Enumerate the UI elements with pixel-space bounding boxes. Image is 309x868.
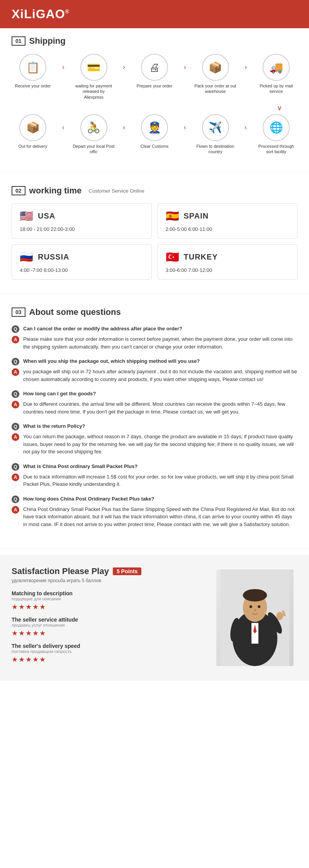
arrow-down: ∨ — [12, 104, 297, 112]
pack-icon: 📦 — [209, 61, 222, 74]
faq-item-3: Q What is the return Policy? A You can r… — [12, 422, 297, 456]
q-badge-1: Q — [12, 358, 19, 366]
faq-question-3: Q What is the return Policy? — [12, 422, 297, 431]
step-pack-label: Pack your order at out warehouse — [194, 83, 237, 94]
shipping-row1: 📋 Receive your order › 💳 waiting for pay… — [12, 54, 297, 100]
rating-label-1: The seller service attitude — [12, 617, 205, 623]
rating-stars-0: ★★★★★ — [12, 603, 205, 611]
faq-question-0: Q Can I cancel the order or modify the a… — [12, 325, 297, 333]
faq-label: About some questions — [29, 307, 121, 317]
flown-icon: ✈️ — [209, 121, 222, 134]
time-grid: 🇺🇸 USA 18:00 - 21:00 22:00-3:00 🇪🇸 SPAIN… — [12, 203, 297, 280]
time-card-turkey: 🇹🇷 TURKEY 3:00-6:00 7:00-12:00 — [158, 244, 298, 280]
faq-item-5: Q How long does China Post Oridinary Pac… — [12, 495, 297, 528]
faq-answer-4: A Due to track information will increase… — [12, 473, 297, 488]
working-time-title: 02 working time Customer Service Online — [12, 186, 297, 196]
step-outdelivery: 📦 Out for delivery — [12, 114, 54, 149]
a-badge-0: A — [12, 336, 19, 343]
spain-name: SPAIN — [184, 212, 209, 220]
outdelivery-icon: 📦 — [26, 121, 40, 134]
faq-q-text-0: Can I cancel the order or modify the add… — [23, 325, 182, 333]
rating-stars-2: ★★★★★ — [12, 655, 205, 664]
faq-q-text-5: How long does China Post Oridinary Packe… — [23, 495, 154, 503]
rating-item-0: Matching to description подщящие для опи… — [12, 590, 205, 611]
receive-icon: 📋 — [26, 61, 40, 74]
shipping-label: Shipping — [29, 36, 66, 46]
spain-time: 2:00-5:00 6:00-11:00 — [166, 226, 212, 232]
step-depart-label: Depart your local Post offic — [73, 144, 115, 155]
prepare-icon: 🖨 — [149, 61, 160, 74]
step-receive: 📋 Receive your order — [12, 54, 54, 89]
faq-item-4: Q What is China Post ordinary Small Pack… — [12, 463, 297, 488]
svg-point-10 — [276, 612, 283, 620]
step-sort: 🌐 Processed through sort facility — [255, 114, 297, 155]
arrow2: › — [123, 63, 125, 71]
faq-question-1: Q When will you ship the package out, wh… — [12, 357, 297, 366]
step-payment: 💳 waiting for payment released by Aliexp… — [73, 54, 115, 100]
svg-point-8 — [254, 609, 256, 612]
faq-container: Q Can I cancel the order or modify the a… — [12, 325, 297, 528]
step-pickup-label: Picked up by mail service — [255, 83, 297, 94]
payment-icon: 💳 — [87, 61, 100, 74]
rating-sublabel-0: подщящие для описания — [12, 596, 205, 601]
faq-item-2: Q How long can I get the goods? A Due to… — [12, 390, 297, 415]
points-badge: 5 Points — [113, 567, 141, 575]
time-card-usa: 🇺🇸 USA 18:00 - 21:00 22:00-3:00 — [12, 203, 152, 239]
step-customs-label: Clear Customs — [141, 144, 169, 149]
header: XiLiGAO® — [0, 0, 309, 28]
satisfaction-left: Satisfaction Please Play 5 Points удовле… — [12, 566, 205, 669]
turkey-flag: 🇹🇷 — [166, 251, 179, 263]
faq-a-text-5: China Post Oridinary Small Packet Plus h… — [23, 506, 297, 528]
faq-title: 03 About some questions — [12, 307, 297, 317]
depart-icon: 🚴 — [87, 121, 100, 134]
working-time-sub: Customer Service Online — [88, 188, 144, 194]
faq-answer-5: A China Post Oridinary Small Packet Plus… — [12, 506, 297, 528]
a-badge-1: A — [12, 368, 19, 376]
rating-sublabel-1: продавец услуг отношения — [12, 623, 205, 627]
faq-q-text-2: How long can I get the goods? — [23, 390, 96, 398]
turkey-time: 3:00-6:00 7:00-12:00 — [166, 267, 212, 273]
step-flown: ✈️ Flown to destination country — [194, 114, 237, 155]
rating-item-1: The seller service attitude продавец усл… — [12, 617, 205, 637]
satisfaction-right — [212, 566, 297, 669]
working-time-label: working time — [29, 186, 82, 196]
step-sort-label: Processed through sort facility — [255, 144, 297, 155]
arrow7: ‹ — [184, 123, 186, 132]
russia-time: 4:00 -7:00 8:00-13:00 — [20, 267, 68, 273]
step-prepare-label: Prepare your order — [137, 83, 172, 89]
customs-icon: 👮 — [148, 121, 161, 134]
faq-question-5: Q How long does China Post Oridinary Pac… — [12, 495, 297, 503]
spain-flag: 🇪🇸 — [166, 210, 179, 222]
faq-item-1: Q When will you ship the package out, wh… — [12, 357, 297, 383]
faq-a-text-4: Due to track information will increase 1… — [23, 473, 297, 488]
rating-stars-1: ★★★★★ — [12, 629, 205, 637]
a-badge-2: A — [12, 401, 19, 408]
q-badge-5: Q — [12, 496, 19, 503]
turkey-name: TURKEY — [184, 253, 218, 261]
q-badge-0: Q — [12, 325, 19, 333]
step-depart: 🚴 Depart your local Post offic — [73, 114, 115, 155]
faq-q-text-1: When will you ship the package out, whic… — [23, 357, 200, 365]
step-flown-label: Flown to destination country — [194, 144, 237, 155]
time-card-russia: 🇷🇺 RUSSIA 4:00 -7:00 8:00-13:00 — [12, 244, 152, 280]
svg-point-7 — [258, 605, 260, 608]
satisfaction-title: Satisfaction Please Play 5 Points — [12, 566, 205, 576]
shipping-title: 01 Shipping — [12, 36, 297, 46]
faq-num: 03 — [12, 308, 25, 317]
faq-a-text-3: You can return the package, without reas… — [23, 433, 297, 456]
q-badge-3: Q — [12, 423, 19, 431]
faq-a-text-1: you package will ship out in 72 hours af… — [23, 368, 297, 383]
step-outdelivery-label: Out for delivery — [19, 144, 48, 149]
arrow1: › — [62, 63, 65, 71]
faq-question-4: Q What is China Post ordinary Small Pack… — [12, 463, 297, 471]
brand-title: XiLiGAO® — [12, 7, 70, 21]
arrow3: › — [184, 63, 186, 71]
satisfaction-section: Satisfaction Please Play 5 Points удовле… — [0, 555, 309, 681]
faq-answer-2: A Due to different countries, the arriva… — [12, 400, 297, 415]
rating-label-2: The seller's delivery speed — [12, 643, 205, 649]
working-time-section: 02 working time Customer Service Online … — [0, 178, 309, 287]
q-badge-2: Q — [12, 390, 19, 398]
faq-item-0: Q Can I cancel the order or modify the a… — [12, 325, 297, 350]
russia-name: RUSSIA — [38, 253, 70, 261]
q-badge-4: Q — [12, 463, 19, 471]
